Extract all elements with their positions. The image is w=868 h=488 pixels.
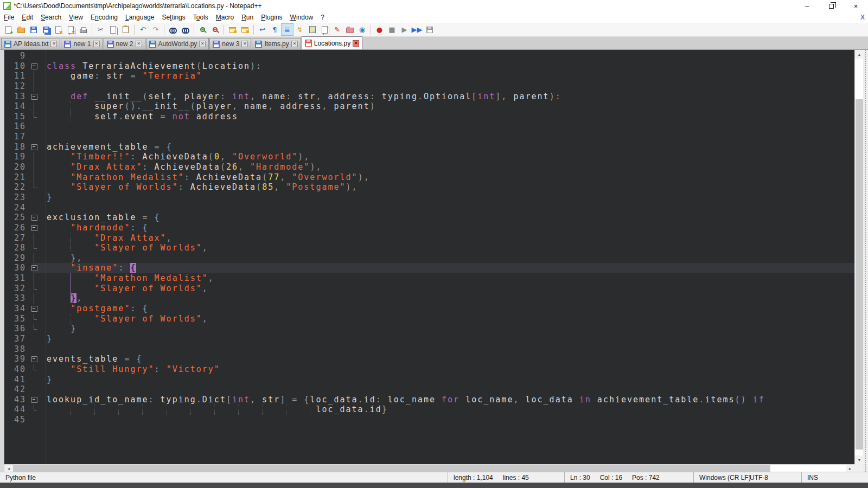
print-icon[interactable] — [78, 24, 89, 35]
code-line-14[interactable]: 14 super().__init__(player, name, addres… — [4, 101, 854, 112]
macro-playback-icon[interactable]: ▶ — [399, 24, 410, 35]
fold-collapse-icon[interactable] — [30, 92, 40, 102]
tab-close-icon[interactable]: ✕ — [136, 41, 142, 47]
menu-encoding[interactable]: Encoding — [87, 12, 122, 22]
function-list-icon[interactable]: ✎ — [331, 24, 343, 35]
menu-plugins[interactable]: Plugins — [257, 12, 286, 22]
code-line-15[interactable]: 15 self.event = not address — [4, 112, 854, 122]
code-line-32[interactable]: 32 "Slayer of Worlds", — [4, 284, 854, 294]
macro-record-icon[interactable]: ● — [374, 24, 385, 35]
document-list-icon[interactable] — [319, 24, 330, 35]
code-line-31[interactable]: 31 "Marathon Medalist", — [4, 273, 854, 284]
status-eol-format[interactable]: Windows (CR LF) — [694, 472, 744, 483]
save-file-icon[interactable] — [28, 24, 39, 35]
macro-stop-icon[interactable]: ■ — [386, 24, 398, 35]
code-line-11[interactable]: 11 game: str = "Terraria" — [4, 71, 854, 81]
save-all-icon[interactable] — [40, 24, 52, 35]
code-line-41[interactable]: 41} — [4, 375, 854, 385]
line-number[interactable]: 30 — [4, 263, 30, 273]
code-line-34[interactable]: 34 "postgame": { — [4, 304, 854, 314]
menu-macro[interactable]: Macro — [212, 12, 238, 22]
code-line-16[interactable]: 16 — [4, 121, 854, 132]
code-line-13[interactable]: 13 def __init__(self, player: int, name:… — [4, 92, 854, 102]
copy-icon[interactable] — [107, 24, 119, 35]
line-number[interactable]: 10 — [4, 61, 30, 72]
line-number[interactable]: 19 — [4, 152, 30, 162]
code-line-17[interactable]: 17 — [4, 132, 854, 142]
line-number[interactable]: 29 — [4, 253, 30, 264]
menu-tools[interactable]: Tools — [189, 12, 212, 22]
code-line-37[interactable]: 37} — [4, 334, 854, 344]
code-line-18[interactable]: 18achievement_table = { — [4, 142, 854, 152]
status-encoding[interactable]: UTF-8 — [744, 472, 802, 483]
line-number[interactable]: 43 — [4, 395, 30, 405]
fold-collapse-icon[interactable] — [30, 263, 40, 273]
sync-horizontal-scrolling-icon[interactable] — [239, 24, 251, 35]
menu-language[interactable]: Language — [122, 12, 158, 22]
user-defined-language-icon[interactable]: ↯ — [294, 24, 305, 35]
line-number[interactable]: 28 — [4, 243, 30, 253]
line-number[interactable]: 33 — [4, 293, 30, 304]
code-line-35[interactable]: 35 "Slayer of Worlds", — [4, 314, 854, 324]
open-folder-icon[interactable] — [15, 24, 27, 35]
line-number[interactable]: 44 — [4, 404, 30, 415]
close-document-x-icon[interactable]: X — [860, 14, 865, 21]
line-number[interactable]: 41 — [4, 375, 30, 385]
menu-help[interactable]: ? — [317, 12, 328, 22]
line-number[interactable]: 35 — [4, 314, 30, 324]
menu-settings[interactable]: Settings — [158, 12, 189, 22]
line-number[interactable]: 34 — [4, 304, 30, 314]
line-number[interactable]: 42 — [4, 384, 30, 395]
code-line-9[interactable]: 9 — [4, 51, 854, 61]
line-number[interactable]: 36 — [4, 324, 30, 334]
code-line-24[interactable]: 24 — [4, 203, 854, 213]
line-number[interactable]: 9 — [4, 51, 30, 61]
fold-collapse-icon[interactable] — [30, 61, 40, 72]
tab-close-icon[interactable]: ✕ — [50, 41, 57, 47]
code-line-25[interactable]: 25exclusion_table = { — [4, 213, 854, 223]
scroll-left-icon[interactable]: ◄ — [4, 465, 13, 472]
show-indent-guide-icon[interactable]: ≣ — [282, 24, 293, 35]
macro-run-multiple-icon[interactable]: ▶▶ — [411, 24, 423, 35]
tab-close-icon[interactable]: ✕ — [199, 41, 206, 47]
code-line-43[interactable]: 43lookup_id_to_name: typing.Dict[int, st… — [4, 395, 854, 405]
code-line-22[interactable]: 22 "Slayer of Worlds": AchieveData(85, "… — [4, 182, 854, 192]
code-line-36[interactable]: 36 } — [4, 324, 854, 334]
code-line-12[interactable]: 12 — [4, 81, 854, 92]
status-insert-mode[interactable]: INS — [802, 472, 868, 483]
menu-window[interactable]: Window — [286, 12, 317, 22]
status-caret-position[interactable]: Ln : 30Col : 16Pos : 742 — [565, 472, 694, 483]
fold-collapse-icon[interactable] — [30, 213, 40, 223]
line-number[interactable]: 25 — [4, 213, 30, 223]
line-number[interactable]: 40 — [4, 364, 30, 375]
line-number[interactable]: 32 — [4, 284, 30, 294]
line-number[interactable]: 45 — [4, 415, 30, 425]
line-number[interactable]: 23 — [4, 192, 30, 203]
tab-close-icon[interactable]: ✕ — [291, 41, 298, 47]
code-line-38[interactable]: 38 — [4, 344, 854, 355]
code-line-26[interactable]: 26 "hardmode": { — [4, 223, 854, 233]
code-line-42[interactable]: 42 — [4, 384, 854, 395]
tab-new-3[interactable]: new 3✕ — [209, 38, 251, 49]
fold-collapse-icon[interactable] — [30, 395, 40, 405]
fold-collapse-icon[interactable] — [30, 223, 40, 233]
show-all-characters-icon[interactable]: ¶ — [269, 24, 280, 35]
line-number[interactable]: 38 — [4, 344, 30, 355]
line-number[interactable]: 24 — [4, 203, 30, 213]
menu-file[interactable]: File — [0, 12, 18, 22]
line-number[interactable]: 16 — [4, 121, 30, 132]
paste-icon[interactable] — [120, 24, 131, 35]
fold-collapse-icon[interactable] — [30, 304, 40, 314]
find-icon[interactable] — [167, 24, 178, 35]
line-number[interactable]: 26 — [4, 223, 30, 233]
tab-new-1[interactable]: new 1✕ — [61, 38, 103, 49]
line-number[interactable]: 22 — [4, 182, 30, 192]
line-number[interactable]: 39 — [4, 354, 30, 364]
line-number[interactable]: 37 — [4, 334, 30, 344]
code-line-19[interactable]: 19 "Timber!!": AchieveData(0, "Overworld… — [4, 152, 854, 162]
document-map-icon[interactable] — [307, 24, 318, 35]
new-file-icon[interactable]: + — [3, 24, 14, 35]
monitoring-icon[interactable]: ◉ — [356, 24, 368, 35]
redo-icon[interactable]: ↷ — [150, 24, 161, 35]
code-line-29[interactable]: 29 }, — [4, 253, 854, 264]
